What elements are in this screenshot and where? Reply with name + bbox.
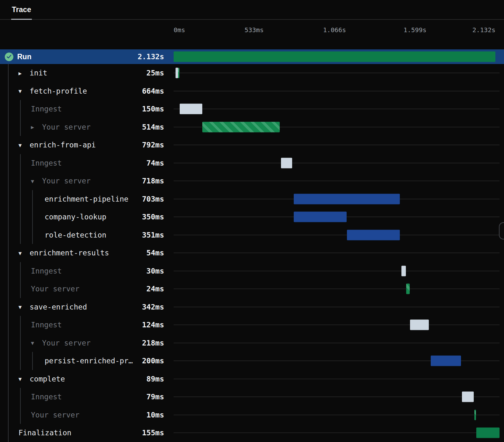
trace-row-company-lookup[interactable]: company-lookup350ms <box>0 208 504 226</box>
row-duration: 25ms <box>147 69 174 77</box>
trace-row-inngest[interactable]: Inngest79ms <box>0 388 504 406</box>
span-bar-exec[interactable] <box>431 356 461 366</box>
row-duration: 200ms <box>142 357 174 365</box>
row-labels: Inngest150ms <box>0 100 174 118</box>
row-timeline-area <box>174 334 504 352</box>
indent-guide <box>8 406 9 424</box>
row-duration: 124ms <box>142 321 174 329</box>
row-labels: Your server24ms <box>0 280 174 298</box>
row-duration: 74ms <box>147 159 174 167</box>
collapse-arrow-icon[interactable]: ▼ <box>18 304 30 309</box>
expand-arrow-icon[interactable]: ▶ <box>31 125 42 129</box>
row-label: save-enriched <box>30 303 87 311</box>
row-label: Your server <box>31 411 79 419</box>
span-bar-exec[interactable] <box>347 230 400 240</box>
trace-row-inngest[interactable]: Inngest124ms <box>0 316 504 334</box>
trace-row-enrichment-pipeline[interactable]: enrichment-pipeline703ms <box>0 190 504 208</box>
collapse-arrow-icon[interactable]: ▼ <box>18 89 30 93</box>
row-duration: 342ms <box>142 303 174 311</box>
row-timeline-area <box>174 136 504 154</box>
trace-row-finalization[interactable]: Finalization155ms <box>0 424 504 442</box>
span-bar-inngest[interactable] <box>281 158 292 168</box>
trace-row-complete[interactable]: ▼complete89ms <box>0 370 504 388</box>
span-bar-run[interactable] <box>476 428 500 438</box>
row-track-line <box>174 163 500 163</box>
collapse-arrow-icon[interactable]: ▼ <box>18 376 30 381</box>
row-duration: 514ms <box>142 123 174 131</box>
row-labels: role-detection351ms <box>0 226 174 244</box>
tab-bar: Trace <box>0 0 504 20</box>
scrollbar-thumb[interactable] <box>499 222 504 239</box>
row-label: Finalization <box>18 429 71 437</box>
span-bar-inngest[interactable] <box>401 266 406 276</box>
row-timeline-area <box>174 316 504 334</box>
trace-row-your-server[interactable]: Your server24ms <box>0 280 504 298</box>
indent-guide <box>8 118 9 136</box>
row-timeline-area <box>174 298 504 316</box>
row-label: company-lookup <box>45 213 106 221</box>
trace-row-inngest[interactable]: Inngest74ms <box>0 154 504 172</box>
indent-guide <box>32 208 33 226</box>
indent-guide <box>20 154 21 172</box>
row-track-line <box>174 379 500 379</box>
row-timeline-area <box>174 406 504 424</box>
trace-row-persist-enriched-pr[interactable]: persist-enriched-pr…200ms <box>0 352 504 370</box>
indent-guide <box>20 118 21 136</box>
row-labels: ▼fetch-profile664ms <box>0 82 174 100</box>
indent-guide <box>32 226 33 244</box>
collapse-arrow-icon[interactable]: ▼ <box>31 340 42 345</box>
span-bar-inngest[interactable] <box>462 392 474 402</box>
tab-trace-label: Trace <box>12 5 31 14</box>
span-bar-inngest[interactable] <box>410 320 429 330</box>
row-labels: ▼Your server218ms <box>0 334 174 352</box>
collapse-arrow-icon[interactable]: ▼ <box>18 251 30 255</box>
trace-row-your-server[interactable]: ▶Your server514ms <box>0 118 504 136</box>
indent-guide <box>8 316 9 334</box>
trace-row-fetch-profile[interactable]: ▼fetch-profile664ms <box>0 82 504 100</box>
ruler-tick-label: 533ms <box>244 26 263 34</box>
span-bar-server[interactable] <box>202 122 280 132</box>
span-bar-exec[interactable] <box>294 212 347 222</box>
expand-arrow-icon[interactable]: ▶ <box>18 71 30 75</box>
row-duration: 703ms <box>142 195 174 203</box>
tab-trace[interactable]: Trace <box>11 0 32 19</box>
row-label: complete <box>30 375 65 383</box>
row-labels: Your server10ms <box>0 406 174 424</box>
span-bar-inngest[interactable] <box>176 68 178 78</box>
indent-guide <box>8 100 9 118</box>
trace-row-enrich-from-api[interactable]: ▼enrich-from-api792ms <box>0 136 504 154</box>
row-duration: 24ms <box>147 285 174 293</box>
trace-row-role-detection[interactable]: role-detection351ms <box>0 226 504 244</box>
row-labels: ▼enrich-from-api792ms <box>0 136 174 154</box>
row-labels: Inngest79ms <box>0 388 174 406</box>
indent-guide <box>8 154 9 172</box>
run-duration: 2.132s <box>138 53 174 61</box>
trace-row-your-server[interactable]: ▼Your server218ms <box>0 334 504 352</box>
trace-row-your-server[interactable]: ▼Your server718ms <box>0 172 504 190</box>
span-bar-server[interactable] <box>406 284 410 294</box>
row-label: enrichment-results <box>30 249 109 257</box>
trace-row-run[interactable]: Run 2.132s <box>0 49 504 64</box>
timeline-ruler: 0ms533ms1.066s1.599s2.132s <box>0 20 504 49</box>
row-label: role-detection <box>45 231 106 239</box>
trace-row-your-server[interactable]: Your server10ms <box>0 406 504 424</box>
span-bar-exec[interactable] <box>294 194 400 204</box>
trace-row-init[interactable]: ▶init25ms <box>0 64 504 82</box>
row-timeline-area <box>174 100 504 118</box>
span-bar-server[interactable] <box>178 68 179 78</box>
collapse-arrow-icon[interactable]: ▼ <box>18 143 30 147</box>
row-labels: ▼enrichment-results54ms <box>0 244 174 262</box>
row-label: Inngest <box>31 393 62 401</box>
collapse-arrow-icon[interactable]: ▼ <box>31 179 42 183</box>
row-labels: persist-enriched-pr…200ms <box>0 352 174 370</box>
row-timeline-area <box>174 424 504 442</box>
row-duration: 10ms <box>147 411 174 419</box>
trace-row-inngest[interactable]: Inngest150ms <box>0 100 504 118</box>
span-bar-server[interactable] <box>474 410 476 420</box>
row-track-line <box>174 396 500 397</box>
trace-row-save-enriched[interactable]: ▼save-enriched342ms <box>0 298 504 316</box>
span-bar-inngest[interactable] <box>180 104 202 114</box>
trace-row-enrichment-results[interactable]: ▼enrichment-results54ms <box>0 244 504 262</box>
span-bar-run[interactable] <box>174 52 495 62</box>
trace-row-inngest[interactable]: Inngest30ms <box>0 262 504 280</box>
